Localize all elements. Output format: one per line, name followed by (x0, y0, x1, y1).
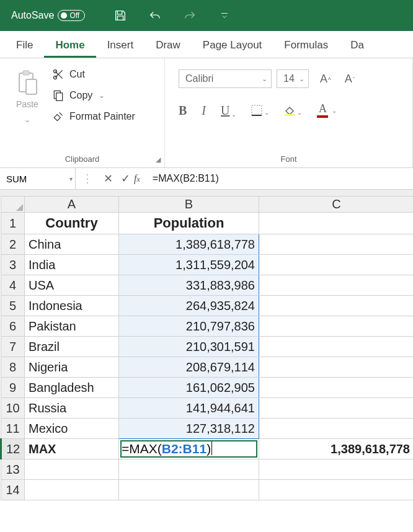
cell[interactable]: Nigeria (25, 357, 119, 378)
cell[interactable]: 210,301,591 (119, 337, 259, 357)
row-header[interactable]: 4 (1, 275, 25, 296)
cell[interactable] (259, 275, 414, 296)
tab-formulas[interactable]: Formulas (273, 33, 339, 58)
cell[interactable]: 210,797,836 (119, 316, 259, 337)
cell[interactable] (259, 316, 414, 337)
cell[interactable] (259, 480, 414, 500)
cell[interactable] (259, 398, 414, 419)
select-all-corner[interactable] (1, 197, 25, 213)
cell[interactable]: 161,062,905 (119, 378, 259, 398)
cell[interactable] (119, 480, 259, 500)
fx-icon[interactable]: fx (134, 173, 148, 184)
tab-insert[interactable]: Insert (96, 33, 145, 58)
tab-file[interactable]: File (5, 33, 44, 58)
redo-icon[interactable] (183, 9, 197, 22)
row-header[interactable]: 3 (1, 255, 25, 275)
cell[interactable]: USA (25, 275, 119, 296)
col-header-c[interactable]: C (259, 197, 414, 213)
row-header[interactable]: 10 (1, 398, 25, 419)
grow-font-button[interactable]: A^ (320, 73, 331, 86)
separator-icon: ⋮ (76, 172, 99, 185)
shrink-font-button[interactable]: Aˇ (345, 73, 355, 86)
cell[interactable] (259, 459, 414, 480)
cell[interactable]: 1,389,618,778 (119, 234, 259, 255)
cell[interactable] (259, 255, 414, 275)
cell[interactable]: 331,883,986 (119, 275, 259, 296)
cell[interactable]: 141,944,641 (119, 398, 259, 419)
cell[interactable]: Russia (25, 398, 119, 419)
row-header[interactable]: 2 (1, 234, 25, 255)
cell[interactable]: Pakistan (25, 316, 119, 337)
group-label-clipboard: Clipboard (0, 154, 164, 164)
row-header[interactable]: 14 (1, 480, 25, 500)
title-bar: AutoSave Off (0, 0, 413, 31)
row-header[interactable]: 12 (1, 439, 25, 459)
cut-button[interactable]: Cut (52, 68, 135, 81)
col-header-a[interactable]: A (25, 197, 119, 213)
row-header[interactable]: 1 (1, 213, 25, 234)
font-size-combo[interactable]: 14 ⌄ (277, 69, 309, 88)
fill-color-button[interactable]: ⌄ (284, 105, 302, 116)
formula-bar-input[interactable]: =MAX(B2:B11) (148, 171, 413, 187)
cell[interactable]: Population (119, 213, 259, 234)
row-header[interactable]: 6 (1, 316, 25, 337)
worksheet-grid[interactable]: A B C 1 Country Population 2 China 1,389… (0, 196, 413, 500)
active-cell[interactable]: =MAX(B2:B11) (119, 439, 259, 459)
save-icon[interactable] (113, 9, 127, 22)
dialog-launcher-icon[interactable]: ◢ (156, 156, 161, 164)
italic-button[interactable]: I (202, 104, 206, 118)
row-header[interactable]: 13 (1, 459, 25, 480)
name-box[interactable]: ▾ (0, 168, 76, 189)
cell[interactable] (259, 296, 414, 316)
cell[interactable]: Mexico (25, 419, 119, 439)
cell[interactable] (259, 419, 414, 439)
underline-button[interactable]: U⌄ (221, 104, 236, 118)
borders-button[interactable]: ⌄ (251, 105, 269, 116)
cell[interactable]: 208,679,114 (119, 357, 259, 378)
cell[interactable]: 1,389,618,778 (259, 439, 414, 459)
format-painter-label: Format Painter (69, 111, 135, 122)
row-header[interactable]: 7 (1, 337, 25, 357)
enter-formula-button[interactable]: ✓ (117, 172, 134, 185)
cell[interactable]: 127,318,112 (119, 419, 259, 439)
cell[interactable]: India (25, 255, 119, 275)
cell[interactable] (25, 480, 119, 500)
copy-button[interactable]: Copy ⌄ (52, 89, 135, 102)
row-header[interactable]: 5 (1, 296, 25, 316)
row-header[interactable]: 11 (1, 419, 25, 439)
cell[interactable]: China (25, 234, 119, 255)
cell[interactable]: Indonesia (25, 296, 119, 316)
row-header[interactable]: 9 (1, 378, 25, 398)
cell[interactable] (259, 378, 414, 398)
col-header-b[interactable]: B (119, 197, 259, 213)
font-name-combo[interactable]: Calibri ⌄ (179, 69, 272, 88)
cell[interactable]: Brazil (25, 337, 119, 357)
cell[interactable]: 1,311,559,204 (119, 255, 259, 275)
cell[interactable] (259, 234, 414, 255)
cell[interactable] (119, 459, 259, 480)
name-box-input[interactable] (4, 171, 67, 186)
tab-home[interactable]: Home (44, 33, 95, 58)
cell[interactable] (259, 213, 414, 234)
cell[interactable]: Bangladesh (25, 378, 119, 398)
cell[interactable] (25, 459, 119, 480)
tab-page-layout[interactable]: Page Layout (192, 33, 273, 58)
cell[interactable]: MAX (25, 439, 119, 459)
tab-data[interactable]: Da (339, 33, 375, 58)
qat-more-icon[interactable] (218, 9, 231, 22)
autosave-toggle[interactable]: AutoSave Off (11, 10, 85, 21)
cell[interactable]: Country (25, 213, 119, 234)
copy-icon (52, 89, 64, 102)
row-header[interactable]: 8 (1, 357, 25, 378)
chevron-down-icon: ⌄ (332, 107, 337, 114)
cell[interactable]: 264,935,824 (119, 296, 259, 316)
format-painter-button[interactable]: Format Painter (52, 110, 135, 123)
bold-button[interactable]: B (179, 104, 187, 118)
cell[interactable] (259, 337, 414, 357)
font-color-button[interactable]: A (317, 103, 328, 118)
undo-icon[interactable] (148, 9, 162, 22)
cell[interactable] (259, 357, 414, 378)
paste-button[interactable]: Paste ⌄ (7, 69, 47, 165)
tab-draw[interactable]: Draw (144, 33, 192, 58)
cancel-formula-button[interactable]: ✕ (99, 172, 117, 185)
